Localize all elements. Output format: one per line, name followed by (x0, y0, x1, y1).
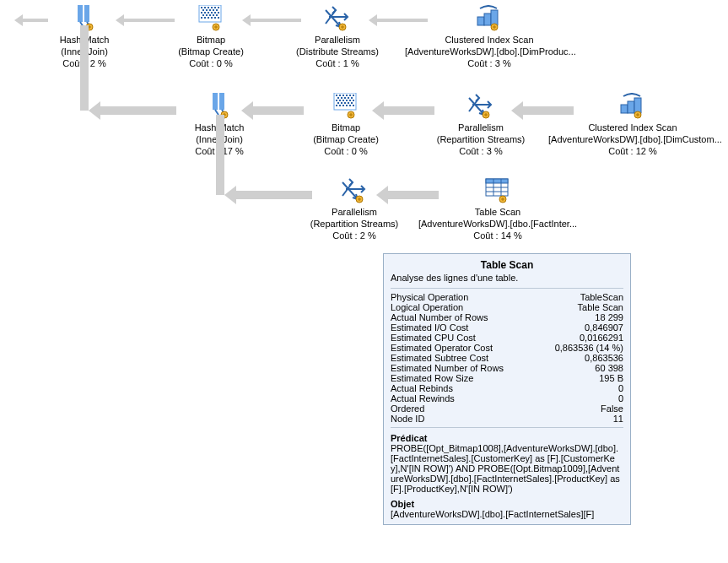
tooltip-row-key: Estimated Row Size (391, 373, 473, 383)
op-title: Parallelism (287, 206, 422, 218)
op-parallelism-1[interactable]: Parallelism (Distribute Streams) Coût : … (270, 5, 405, 69)
tooltip-row-key: Estimated CPU Cost (391, 333, 476, 343)
op-title: Bitmap (278, 122, 413, 133)
bitmap-icon (332, 93, 359, 120)
tooltip-row: Actual Rewinds0 (391, 393, 623, 403)
op-cost: Coût : 1 % (270, 57, 405, 69)
tooltip-row-value: 0 (618, 383, 623, 393)
op-cost: Coût : 0 % (278, 145, 413, 157)
tooltip-row-value: 18 299 (595, 312, 623, 322)
tooltip-row-key: Actual Rebinds (391, 383, 453, 393)
tooltip-predicate-text: PROBE([Opt_Bitmap1008],[AdventureWorksDW… (391, 443, 623, 494)
tooltip-row-value: 60 398 (595, 363, 623, 373)
tooltip-row: Estimated Operator Cost0,863536 (14 %) (391, 343, 623, 353)
op-subtitle: (Bitmap Create) (143, 46, 278, 57)
op-cost: Coût : 12 % (548, 145, 717, 157)
tooltip-row-value: TableScan (580, 292, 623, 302)
tooltip-row: Estimated CPU Cost0,0166291 (391, 333, 623, 343)
table-scan-icon (484, 177, 511, 204)
op-subtitle: [AdventureWorksDW].[dbo.[FactInter... (413, 218, 582, 230)
tooltip-row: Logical OperationTable Scan (391, 302, 623, 312)
arrow (216, 187, 224, 195)
op-title: Table Scan (413, 206, 582, 218)
tooltip-row-key: Actual Number of Rows (391, 312, 488, 322)
tooltip-row: Estimated Subtree Cost0,863536 (391, 353, 623, 363)
op-cost: Coût : 3 % (405, 57, 574, 69)
tooltip-row-key: Actual Rewinds (391, 393, 455, 403)
tooltip-row: Estimated I/O Cost0,846907 (391, 322, 623, 333)
tooltip-row-value: 195 B (599, 373, 623, 383)
op-subtitle: (Repartition Streams) (413, 133, 548, 145)
parallelism-icon (341, 177, 368, 204)
tooltip-title: Table Scan (391, 259, 623, 271)
op-title: Clustered Index Scan (405, 34, 574, 46)
parallelism-icon (467, 93, 494, 120)
tooltip-row-value: 0,0166291 (580, 333, 623, 343)
operator-tooltip: Table Scan Analyse des lignes d'une tabl… (383, 253, 631, 525)
tooltip-row-value: 11 (613, 414, 623, 424)
op-table-scan[interactable]: Table Scan [AdventureWorksDW].[dbo.[Fact… (413, 177, 582, 241)
tooltip-row-key: Estimated I/O Cost (391, 322, 468, 333)
arrow (216, 115, 224, 195)
arrow (80, 25, 89, 111)
op-cost: Coût : 2 % (287, 230, 422, 241)
clustered-index-scan-icon (476, 5, 503, 32)
tooltip-row-key: Estimated Subtree Cost (391, 353, 488, 363)
op-title: Parallelism (413, 122, 548, 133)
tooltip-row-value: 0,863536 (585, 353, 623, 363)
op-subtitle: (Bitmap Create) (278, 133, 413, 145)
op-subtitle: [AdventureWorksDW].[dbo].[DimCustom... (548, 133, 717, 145)
op-bitmap-1[interactable]: Bitmap (Bitmap Create) Coût : 0 % (143, 5, 278, 69)
op-subtitle: (Distribute Streams) (270, 46, 405, 57)
tooltip-row-key: Logical Operation (391, 302, 463, 312)
op-parallelism-2[interactable]: Parallelism (Repartition Streams) Coût :… (413, 93, 548, 157)
op-cost: Coût : 0 % (143, 57, 278, 69)
op-title: Bitmap (143, 34, 278, 46)
tooltip-desc: Analyse des lignes d'une table. (391, 273, 623, 283)
tooltip-row-value: 0,863536 (14 %) (555, 343, 623, 353)
tooltip-row-value: False (601, 403, 623, 414)
clustered-index-scan-icon (619, 93, 646, 120)
tooltip-row: Physical OperationTableScan (391, 292, 623, 302)
tooltip-object-label: Objet (391, 499, 623, 509)
op-subtitle: (Repartition Streams) (287, 218, 422, 230)
op-cost: Coût : 3 % (413, 145, 548, 157)
tooltip-row-value: 0,846907 (585, 322, 623, 333)
op-cost: Coût : 14 % (413, 230, 582, 241)
arrow (80, 102, 89, 111)
tooltip-predicate-label: Prédicat (391, 433, 623, 443)
op-title: Clustered Index Scan (548, 122, 717, 133)
tooltip-row: Actual Rebinds0 (391, 383, 623, 393)
tooltip-row-key: Physical Operation (391, 292, 468, 302)
tooltip-row-key: Estimated Operator Cost (391, 343, 493, 353)
op-clustered-index-scan-1[interactable]: Clustered Index Scan [AdventureWorksDW].… (405, 5, 574, 69)
op-subtitle: [AdventureWorksDW].[dbo].[DimProduc... (405, 46, 574, 57)
tooltip-row: Estimated Row Size195 B (391, 373, 623, 383)
op-bitmap-2[interactable]: Bitmap (Bitmap Create) Coût : 0 % (278, 93, 413, 157)
tooltip-row-key: Estimated Number of Rows (391, 363, 504, 373)
tooltip-row: Node ID11 (391, 414, 623, 424)
bitmap-icon (197, 5, 224, 32)
op-clustered-index-scan-2[interactable]: Clustered Index Scan [AdventureWorksDW].… (548, 93, 717, 157)
op-parallelism-3[interactable]: Parallelism (Repartition Streams) Coût :… (287, 177, 422, 241)
tooltip-row-value: 0 (618, 393, 623, 403)
tooltip-object-text: [AdventureWorksDW].[dbo].[FactInternetSa… (391, 509, 623, 519)
parallelism-icon (324, 5, 351, 32)
tooltip-row-value: Table Scan (578, 302, 623, 312)
tooltip-row-key: Node ID (391, 414, 424, 424)
tooltip-row: Estimated Number of Rows60 398 (391, 363, 623, 373)
op-title: Parallelism (270, 34, 405, 46)
tooltip-row-key: Ordered (391, 403, 424, 414)
tooltip-row: Actual Number of Rows18 299 (391, 312, 623, 322)
tooltip-row: OrderedFalse (391, 403, 623, 414)
